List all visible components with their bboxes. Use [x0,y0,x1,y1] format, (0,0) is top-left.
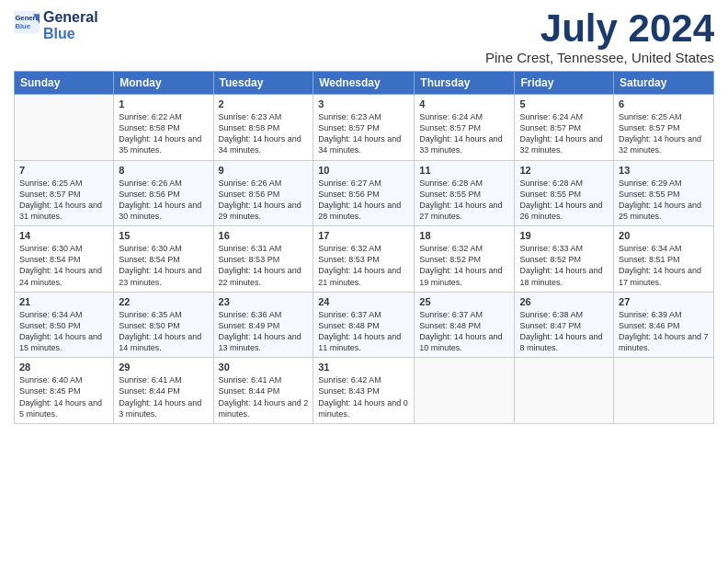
calendar-cell: 20 Sunrise: 6:34 AM Sunset: 8:51 PM Dayl… [614,226,714,293]
calendar-cell: 3 Sunrise: 6:23 AM Sunset: 8:57 PM Dayli… [313,95,415,161]
calendar-cell: 15 Sunrise: 6:30 AM Sunset: 8:54 PM Dayl… [114,226,213,293]
col-header-monday: Monday [114,72,213,95]
day-number: 15 [119,230,208,241]
day-number: 4 [419,98,509,109]
cell-content: Sunrise: 6:32 AM Sunset: 8:52 PM Dayligh… [419,243,509,288]
calendar-cell [15,95,114,161]
day-number: 25 [419,296,509,307]
calendar-cell: 23 Sunrise: 6:36 AM Sunset: 8:49 PM Dayl… [213,292,313,358]
day-number: 14 [19,230,108,241]
cell-content: Sunrise: 6:24 AM Sunset: 8:57 PM Dayligh… [519,111,609,156]
cell-content: Sunrise: 6:37 AM Sunset: 8:48 PM Dayligh… [419,309,509,354]
week-row-3: 14 Sunrise: 6:30 AM Sunset: 8:54 PM Dayl… [15,226,714,293]
cell-content: Sunrise: 6:41 AM Sunset: 8:44 PM Dayligh… [119,374,208,419]
calendar-cell: 9 Sunrise: 6:26 AM Sunset: 8:56 PM Dayli… [213,160,313,226]
cell-content: Sunrise: 6:31 AM Sunset: 8:53 PM Dayligh… [219,243,309,288]
col-header-thursday: Thursday [415,72,515,95]
day-number: 28 [19,362,108,373]
day-number: 2 [219,98,309,109]
location-title: Pine Crest, Tennessee, United States [485,50,714,65]
calendar-cell: 16 Sunrise: 6:31 AM Sunset: 8:53 PM Dayl… [213,226,313,293]
calendar-cell: 13 Sunrise: 6:29 AM Sunset: 8:55 PM Dayl… [614,160,714,226]
calendar-cell: 8 Sunrise: 6:26 AM Sunset: 8:56 PM Dayli… [114,160,213,226]
col-header-saturday: Saturday [614,72,714,95]
cell-content: Sunrise: 6:32 AM Sunset: 8:53 PM Dayligh… [318,243,409,288]
day-number: 1 [119,98,208,109]
week-row-4: 21 Sunrise: 6:34 AM Sunset: 8:50 PM Dayl… [15,292,714,358]
cell-content: Sunrise: 6:24 AM Sunset: 8:57 PM Dayligh… [419,111,509,156]
logo-blue: Blue [43,26,98,42]
day-number: 11 [419,165,509,176]
day-number: 27 [619,296,709,307]
cell-content: Sunrise: 6:36 AM Sunset: 8:49 PM Dayligh… [219,309,309,354]
cell-content: Sunrise: 6:25 AM Sunset: 8:57 PM Dayligh… [619,111,709,156]
day-number: 5 [519,98,609,109]
day-number: 18 [419,230,509,241]
cell-content: Sunrise: 6:22 AM Sunset: 8:58 PM Dayligh… [119,111,208,156]
calendar-cell: 12 Sunrise: 6:28 AM Sunset: 8:55 PM Dayl… [515,160,614,226]
calendar-cell: 14 Sunrise: 6:30 AM Sunset: 8:54 PM Dayl… [15,226,114,293]
day-number: 10 [318,165,409,176]
month-title: July 2024 [485,9,714,48]
col-header-tuesday: Tuesday [213,72,313,95]
cell-content: Sunrise: 6:25 AM Sunset: 8:57 PM Dayligh… [19,178,108,223]
calendar-cell: 22 Sunrise: 6:35 AM Sunset: 8:50 PM Dayl… [114,292,213,358]
day-number: 22 [119,296,208,307]
col-header-wednesday: Wednesday [313,72,415,95]
cell-content: Sunrise: 6:26 AM Sunset: 8:56 PM Dayligh… [119,178,208,223]
calendar-cell: 7 Sunrise: 6:25 AM Sunset: 8:57 PM Dayli… [15,160,114,226]
calendar-cell: 4 Sunrise: 6:24 AM Sunset: 8:57 PM Dayli… [415,95,515,161]
calendar-cell: 25 Sunrise: 6:37 AM Sunset: 8:48 PM Dayl… [415,292,515,358]
calendar-cell: 1 Sunrise: 6:22 AM Sunset: 8:58 PM Dayli… [114,95,213,161]
calendar-cell: 26 Sunrise: 6:38 AM Sunset: 8:47 PM Dayl… [515,292,614,358]
day-number: 17 [318,230,409,241]
cell-content: Sunrise: 6:38 AM Sunset: 8:47 PM Dayligh… [519,309,609,354]
calendar-cell: 21 Sunrise: 6:34 AM Sunset: 8:50 PM Dayl… [15,292,114,358]
cell-content: Sunrise: 6:34 AM Sunset: 8:50 PM Dayligh… [19,309,108,354]
day-number: 9 [219,165,309,176]
cell-content: Sunrise: 6:37 AM Sunset: 8:48 PM Dayligh… [318,309,409,354]
day-number: 24 [318,296,409,307]
calendar-cell: 2 Sunrise: 6:23 AM Sunset: 8:58 PM Dayli… [213,95,313,161]
cell-content: Sunrise: 6:23 AM Sunset: 8:57 PM Dayligh… [318,111,409,156]
cell-content: Sunrise: 6:26 AM Sunset: 8:56 PM Dayligh… [219,178,309,223]
week-row-2: 7 Sunrise: 6:25 AM Sunset: 8:57 PM Dayli… [15,160,714,226]
calendar-cell [515,358,614,424]
cell-content: Sunrise: 6:30 AM Sunset: 8:54 PM Dayligh… [119,243,208,288]
logo-general: General [43,9,98,26]
calendar-cell: 19 Sunrise: 6:33 AM Sunset: 8:52 PM Dayl… [515,226,614,293]
cell-content: Sunrise: 6:23 AM Sunset: 8:58 PM Dayligh… [219,111,309,156]
calendar-cell: 31 Sunrise: 6:42 AM Sunset: 8:43 PM Dayl… [313,358,415,424]
cell-content: Sunrise: 6:42 AM Sunset: 8:43 PM Dayligh… [318,374,409,419]
day-number: 3 [318,98,409,109]
calendar-cell: 6 Sunrise: 6:25 AM Sunset: 8:57 PM Dayli… [614,95,714,161]
day-number: 23 [219,296,309,307]
cell-content: Sunrise: 6:40 AM Sunset: 8:45 PM Dayligh… [19,374,108,419]
calendar-cell: 18 Sunrise: 6:32 AM Sunset: 8:52 PM Dayl… [415,226,515,293]
cell-content: Sunrise: 6:34 AM Sunset: 8:51 PM Dayligh… [619,243,709,288]
cell-content: Sunrise: 6:29 AM Sunset: 8:55 PM Dayligh… [619,178,709,223]
cell-content: Sunrise: 6:30 AM Sunset: 8:54 PM Dayligh… [19,243,108,288]
calendar-cell [614,358,714,424]
day-number: 21 [19,296,108,307]
calendar-cell [415,358,515,424]
day-number: 31 [318,362,409,373]
cell-content: Sunrise: 6:27 AM Sunset: 8:56 PM Dayligh… [318,178,409,223]
calendar-cell: 11 Sunrise: 6:28 AM Sunset: 8:55 PM Dayl… [415,160,515,226]
logo-icon: General Blue [14,9,40,35]
day-number: 26 [519,296,609,307]
calendar-cell: 27 Sunrise: 6:39 AM Sunset: 8:46 PM Dayl… [614,292,714,358]
cell-content: Sunrise: 6:28 AM Sunset: 8:55 PM Dayligh… [419,178,509,223]
calendar-cell: 10 Sunrise: 6:27 AM Sunset: 8:56 PM Dayl… [313,160,415,226]
day-number: 13 [619,165,709,176]
header: General Blue General Blue July 2024 Pine… [14,9,714,65]
calendar: SundayMondayTuesdayWednesdayThursdayFrid… [14,71,714,424]
day-number: 19 [519,230,609,241]
col-header-sunday: Sunday [15,72,114,95]
calendar-cell: 30 Sunrise: 6:41 AM Sunset: 8:44 PM Dayl… [213,358,313,424]
day-number: 20 [619,230,709,241]
cell-content: Sunrise: 6:35 AM Sunset: 8:50 PM Dayligh… [119,309,208,354]
day-number: 30 [219,362,309,373]
cell-content: Sunrise: 6:28 AM Sunset: 8:55 PM Dayligh… [519,178,609,223]
week-row-5: 28 Sunrise: 6:40 AM Sunset: 8:45 PM Dayl… [15,358,714,424]
